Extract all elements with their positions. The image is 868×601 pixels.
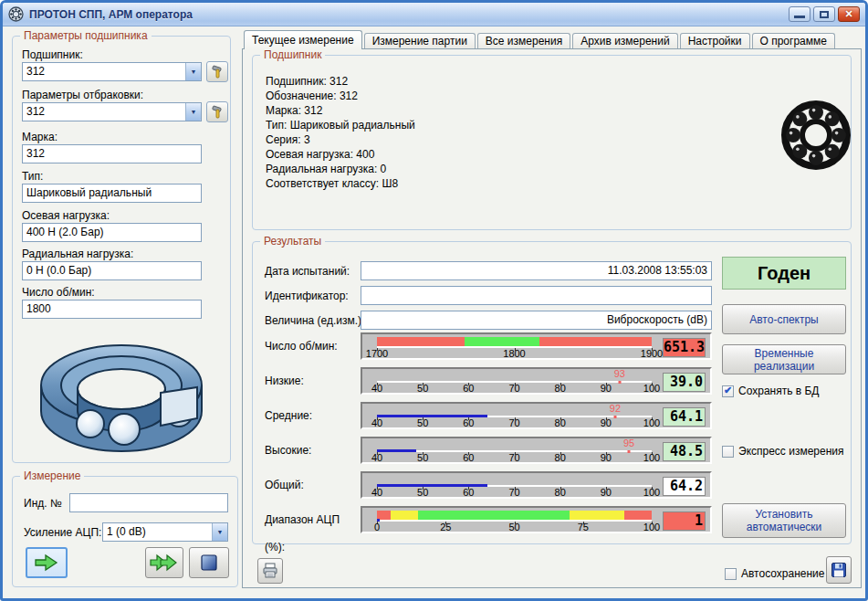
meter-scale: 40506070809010095 (377, 438, 652, 462)
limit-band-segment (418, 511, 570, 520)
meter-panel: 02550751001 (361, 506, 712, 533)
meter-tick-label: 100 (643, 452, 660, 463)
meter-tick-label: 100 (643, 522, 660, 532)
auto-spectra-button[interactable]: Авто-спектры (722, 304, 846, 334)
adc-gain-select[interactable]: 1 (0 dB) ▼ (102, 522, 228, 542)
verdict-badge: Годен (722, 257, 846, 290)
brand-label: Марка: (22, 131, 58, 143)
autosave-checkbox[interactable]: Автосохранение (725, 567, 824, 580)
save-button[interactable] (826, 556, 852, 584)
limit-marker-dot (628, 450, 631, 453)
meter-row: Общий:40506070809010064.2 (253, 471, 851, 499)
limit-marker-value: 93 (614, 368, 625, 379)
batch-measurement-button[interactable] (145, 547, 183, 578)
chevron-down-icon[interactable]: ▼ (212, 523, 227, 541)
bearing-info-line: Соответствует классу: Ш8 (266, 176, 415, 191)
tab-strip: Текущее измерениеИзмерение партииВсе изм… (244, 30, 835, 49)
bearing-info-line: Радиальная нагрузка: 0 (266, 162, 415, 176)
express-measurement-checkbox[interactable]: Экспресс измерения (722, 445, 844, 458)
print-button[interactable] (257, 558, 283, 584)
meter-tick-label: 90 (601, 487, 612, 498)
tab-3[interactable]: Архив измерений (572, 33, 677, 49)
meter-scale: 405060708090100 (377, 473, 652, 497)
meter-tick-label: 0 (374, 522, 380, 532)
meter-tick-label: 50 (417, 417, 428, 428)
start-measurement-button[interactable] (26, 547, 68, 578)
bearing-3d-image (33, 329, 211, 459)
chevron-down-icon[interactable]: ▼ (185, 63, 201, 80)
floppy-disk-icon (831, 562, 847, 578)
tab-4[interactable]: Настройки (680, 33, 750, 49)
meter-tick-label: 25 (440, 522, 451, 532)
meter-progress-bar (377, 449, 416, 452)
green-arrow-icon (34, 553, 59, 573)
meter-tick-label: 80 (555, 487, 566, 498)
axial-load-label: Осевая нагрузка: (22, 209, 110, 222)
bearing-info-line: Серия: 3 (266, 132, 415, 147)
set-automatically-button[interactable]: Установить автоматически (722, 503, 846, 538)
edit-reject-button[interactable] (206, 101, 228, 122)
rpm-field[interactable]: 1800 (22, 300, 202, 319)
bearing-select[interactable]: 312 ▼ (22, 62, 202, 81)
save-db-checkbox[interactable]: Сохранять в БД (722, 385, 819, 397)
tab-page-current-measurement: Подшипник Подшипник: 312Обозначение: 312… (242, 48, 862, 588)
meter-scale: 0255075100 (377, 508, 652, 532)
titlebar: ПРОТОН СПП, АРМ оператора ✕ (3, 3, 865, 26)
reject-select[interactable]: 312 ▼ (22, 102, 202, 121)
ind-number-label: Инд. № (24, 497, 62, 510)
tab-2[interactable]: Все измерения (477, 33, 570, 49)
ind-number-field[interactable] (69, 493, 228, 512)
limit-band-segment (570, 511, 624, 520)
meter-tick-label: 1700 (366, 348, 388, 359)
limit-band-segment (624, 511, 652, 520)
meter-tick-label: 40 (371, 487, 382, 498)
maximize-button[interactable] (813, 6, 835, 22)
meter-tick-label: 50 (508, 522, 519, 532)
checkbox-box[interactable] (722, 385, 734, 397)
time-realizations-button[interactable]: Временные реализации (722, 344, 846, 374)
meter-panel: 40506070809010064.2 (361, 471, 712, 499)
meter-panel: 170018001900651.3 (361, 332, 712, 360)
type-field[interactable]: Шариковый радиальный (22, 184, 202, 203)
meter-scale: 170018001900 (377, 334, 652, 358)
limit-band-segment (465, 337, 539, 346)
bearing-info-line: Тип: Шариковый радиальный (266, 118, 415, 132)
brand-field[interactable]: 312 (22, 144, 202, 163)
app-bearing-icon (8, 6, 24, 22)
chevron-down-icon[interactable]: ▼ (185, 103, 201, 121)
axial-load-field[interactable]: 400 Н (2.0 Бар) (22, 223, 202, 242)
meter-tick-label: 100 (643, 383, 660, 394)
radial-load-field[interactable]: 0 Н (0.0 Бар) (22, 261, 202, 280)
limit-band-segment (539, 337, 652, 346)
bearing-info-lines: Подшипник: 312Обозначение: 312Марка: 312… (266, 74, 415, 191)
meter-value: 1 (663, 511, 706, 531)
minimize-icon (794, 16, 805, 18)
meter-tick-label: 60 (463, 383, 474, 394)
client-area: Параметры подшипника Подшипник: 312 ▼ Па… (3, 26, 865, 598)
tab-0[interactable]: Текущее измерение (244, 30, 362, 49)
tab-1[interactable]: Измерение партии (364, 33, 476, 49)
tab-control: Текущее измерениеИзмерение партииВсе изм… (242, 30, 862, 588)
minimize-button[interactable] (789, 6, 810, 22)
hammer-icon (210, 65, 225, 79)
checkbox-box[interactable] (722, 446, 734, 458)
meter-row-label: Высокие: (265, 437, 358, 464)
meter-tick-label: 80 (555, 417, 566, 428)
stop-button[interactable] (189, 547, 229, 578)
meter-tick-label: 90 (601, 417, 612, 428)
bearing-info-line: Подшипник: 312 (266, 74, 415, 89)
meter-value: 651.3 (663, 338, 706, 357)
meter-value: 39.0 (663, 373, 706, 392)
tab-5[interactable]: О программе (752, 33, 835, 49)
meter-panel: 4050607080901009264.1 (361, 402, 712, 429)
checkbox-box[interactable] (725, 568, 737, 580)
adc-gain-label: Усиление АЦП: (24, 526, 101, 539)
meter-tick-label: 100 (643, 417, 660, 428)
edit-bearing-button[interactable] (206, 61, 228, 82)
limit-band-segment (377, 337, 465, 346)
meter-scale: 40506070809010093 (377, 369, 652, 393)
meter-tick-label: 50 (417, 452, 428, 463)
bearing-info-group: Подшипник Подшипник: 312Обозначение: 312… (252, 55, 852, 230)
meter-tick-label: 40 (371, 417, 382, 428)
close-button[interactable]: ✕ (838, 6, 860, 22)
